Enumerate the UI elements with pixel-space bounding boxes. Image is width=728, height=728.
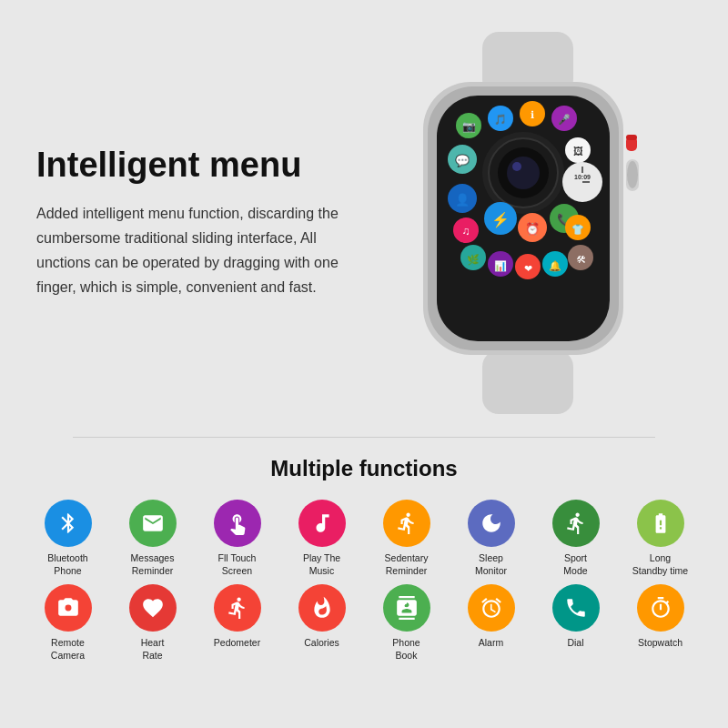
function-dial: Dial — [535, 584, 616, 662]
function-messages: MessagesReminder — [112, 500, 193, 577]
bluetooth-phone-label: BluetoothPhone — [47, 552, 87, 577]
calories-label: Calories — [304, 637, 339, 650]
svg-point-23 — [512, 162, 521, 171]
dial-label: Dial — [567, 637, 583, 650]
phonebook-icon — [383, 584, 430, 632]
svg-text:♫: ♫ — [462, 225, 470, 238]
phonebook-label: PhoneBook — [392, 637, 420, 662]
functions-title: Multiple functions — [18, 456, 710, 481]
alarm-icon — [468, 584, 515, 632]
function-sport: SportMode — [535, 500, 616, 577]
messages-label: MessagesReminder — [131, 552, 175, 577]
svg-text:🔔: 🔔 — [549, 259, 561, 272]
heart-icon — [129, 584, 177, 632]
function-touch: Fll TouchScreen — [197, 500, 278, 577]
watch-image-container: 📷 🎵 ℹ 🎤 💬 🖼 10:09 👤 — [364, 32, 692, 414]
watch-svg: 📷 🎵 ℹ 🎤 💬 🖼 10:09 👤 — [382, 32, 673, 414]
calories-icon — [298, 584, 346, 632]
svg-point-22 — [507, 157, 540, 189]
bottom-section: Multiple functions BluetoothPhone Messag… — [0, 447, 728, 672]
svg-text:👕: 👕 — [571, 223, 584, 236]
function-calories: Calories — [281, 584, 362, 662]
pedometer-label: Pedometer — [214, 637, 260, 650]
camera-label: RemoteCamera — [51, 637, 85, 662]
svg-text:👤: 👤 — [455, 192, 470, 207]
standby-label: LongStandby time — [632, 552, 688, 577]
function-phonebook: PhoneBook — [366, 584, 447, 662]
description-text: Added intelligent menu function, discard… — [36, 201, 346, 300]
alarm-label: Alarm — [479, 637, 503, 650]
sleep-label: SleepMonitor — [475, 552, 507, 577]
function-alarm: Alarm — [450, 584, 531, 662]
svg-text:❤: ❤ — [524, 263, 532, 274]
heart-label: HeartRate — [141, 637, 165, 662]
text-content: Intelligent menu Added intelligent menu … — [36, 147, 364, 300]
bluetooth-phone-icon — [45, 500, 92, 547]
sedentary-icon — [383, 500, 430, 547]
standby-icon — [637, 500, 684, 547]
svg-text:⚡: ⚡ — [491, 211, 510, 228]
sedentary-label: SedentaryReminder — [385, 552, 429, 577]
svg-text:ℹ: ℹ — [531, 109, 534, 120]
sleep-icon — [468, 500, 515, 547]
svg-text:🎤: 🎤 — [558, 113, 571, 126]
svg-text:📷: 📷 — [462, 119, 476, 133]
svg-text:💬: 💬 — [455, 153, 470, 168]
sport-label: SportMode — [563, 552, 587, 577]
svg-text:🛠: 🛠 — [576, 254, 586, 265]
dial-icon — [552, 584, 600, 632]
function-sedentary: SedentaryReminder — [366, 500, 447, 577]
svg-rect-8 — [626, 135, 637, 140]
section-divider — [73, 437, 655, 438]
function-heart: HeartRate — [112, 584, 193, 662]
function-pedometer: Pedometer — [197, 584, 278, 662]
stopwatch-icon — [637, 584, 684, 632]
pedometer-icon — [214, 584, 261, 632]
svg-text:🎵: 🎵 — [494, 113, 507, 126]
svg-text:📊: 📊 — [494, 259, 507, 272]
sport-icon — [552, 500, 600, 547]
page-title: Intelligent menu — [36, 147, 346, 185]
touch-icon — [214, 500, 261, 547]
music-icon — [298, 500, 346, 547]
svg-text:🖼: 🖼 — [573, 146, 583, 157]
function-standby: LongStandby time — [620, 500, 701, 577]
svg-text:⏰: ⏰ — [525, 221, 541, 237]
stopwatch-label: Stopwatch — [638, 637, 682, 650]
function-bluetooth-phone: BluetoothPhone — [27, 500, 108, 577]
svg-text:10:09: 10:09 — [574, 174, 591, 180]
camera-icon — [45, 584, 92, 632]
function-sleep: SleepMonitor — [450, 500, 531, 577]
messages-icon — [129, 500, 177, 547]
function-music: Play TheMusic — [281, 500, 362, 577]
function-camera: RemoteCamera — [27, 584, 108, 662]
function-stopwatch: Stopwatch — [620, 584, 701, 662]
touch-label: Fll TouchScreen — [218, 552, 257, 577]
svg-point-6 — [627, 161, 638, 188]
functions-grid: BluetoothPhone MessagesReminder Fll Touc… — [18, 500, 710, 662]
music-label: Play TheMusic — [303, 552, 340, 577]
svg-text:🌿: 🌿 — [467, 253, 480, 266]
svg-rect-1 — [482, 350, 573, 414]
